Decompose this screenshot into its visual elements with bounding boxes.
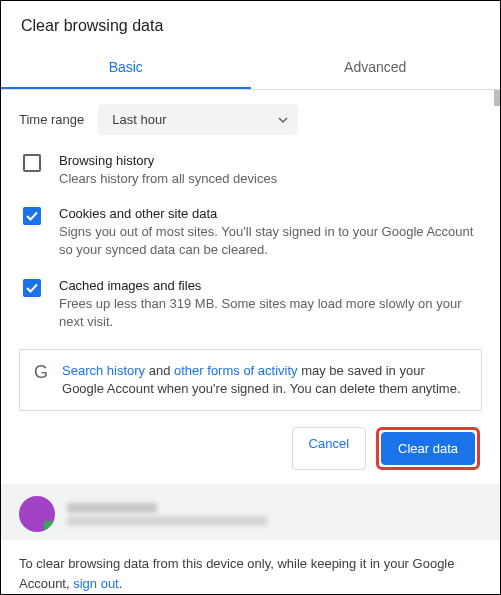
search-history-link[interactable]: Search history <box>62 363 145 378</box>
option-desc: Signs you out of most sites. You'll stay… <box>59 223 482 259</box>
time-range-value: Last hour <box>112 112 166 127</box>
chevron-down-icon <box>278 115 288 125</box>
cancel-button[interactable]: Cancel <box>292 427 366 470</box>
option-title: Cached images and files <box>59 278 482 293</box>
account-section <box>1 484 500 540</box>
account-info-redacted <box>67 500 267 529</box>
tab-basic[interactable]: Basic <box>1 49 251 89</box>
option-title: Browsing history <box>59 153 277 168</box>
option-text: Cached images and files Frees up less th… <box>59 278 482 331</box>
info-text: Search history and other forms of activi… <box>62 362 467 398</box>
info-mid1: and <box>145 363 174 378</box>
tab-bar: Basic Advanced <box>1 49 500 90</box>
option-cached: Cached images and files Frees up less th… <box>19 278 482 331</box>
clear-data-button[interactable]: Clear data <box>381 432 475 465</box>
option-text: Browsing history Clears history from all… <box>59 153 277 188</box>
redacted-email <box>67 516 267 526</box>
option-title: Cookies and other site data <box>59 206 482 221</box>
scrollbar[interactable] <box>494 90 500 106</box>
option-cookies: Cookies and other site data Signs you ou… <box>19 206 482 259</box>
dialog-title: Clear browsing data <box>1 1 500 49</box>
checkmark-icon <box>26 283 38 293</box>
checkmark-icon <box>26 211 38 221</box>
time-range-label: Time range <box>19 112 84 127</box>
footer-post: . <box>119 576 123 591</box>
info-box: G Search history and other forms of acti… <box>19 349 482 411</box>
option-browsing-history: Browsing history Clears history from all… <box>19 153 482 188</box>
google-logo-icon: G <box>34 362 48 384</box>
checkbox-cached[interactable] <box>23 279 41 297</box>
other-activity-link[interactable]: other forms of activity <box>174 363 298 378</box>
checkbox-cookies[interactable] <box>23 207 41 225</box>
option-desc: Frees up less than 319 MB. Some sites ma… <box>59 295 482 331</box>
button-row: Cancel Clear data <box>1 411 500 484</box>
dialog-content: Time range Last hour Browsing history Cl… <box>1 90 500 411</box>
option-desc: Clears history from all synced devices <box>59 170 277 188</box>
footer-text: To clear browsing data from this device … <box>1 540 500 595</box>
sign-out-link[interactable]: sign out <box>73 576 119 591</box>
checkbox-browsing-history[interactable] <box>23 154 41 172</box>
annotation-highlight: Clear data <box>376 427 480 470</box>
avatar <box>19 496 55 532</box>
tab-advanced[interactable]: Advanced <box>251 49 501 89</box>
time-range-row: Time range Last hour <box>19 104 482 135</box>
time-range-select[interactable]: Last hour <box>98 104 298 135</box>
redacted-name <box>67 503 157 513</box>
option-text: Cookies and other site data Signs you ou… <box>59 206 482 259</box>
